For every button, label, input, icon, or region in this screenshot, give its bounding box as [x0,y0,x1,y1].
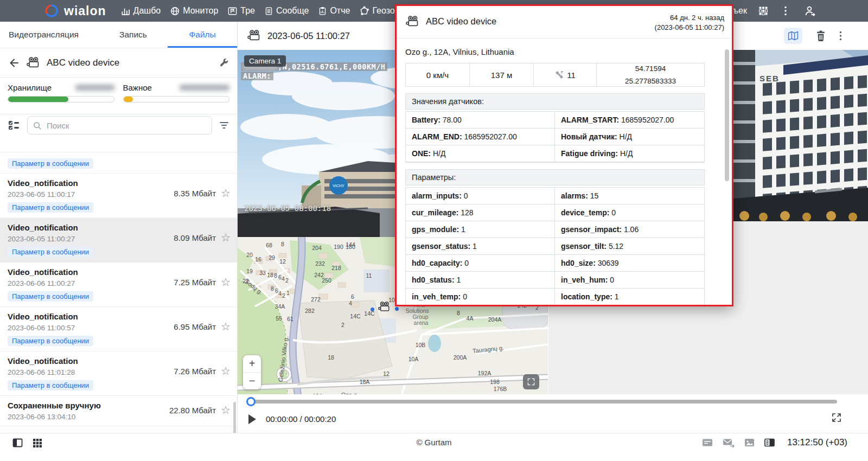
tab-recording[interactable]: Запись [99,22,168,48]
play-button[interactable] [248,414,256,424]
map-number-label: 180 [346,244,355,250]
search-row [0,114,237,136]
map-number-label: 10B [416,342,426,348]
user-icon[interactable] [803,4,816,17]
map-number-label: 55 [276,315,282,322]
favorite-star-icon[interactable]: ☆ [221,232,231,243]
file-list-item[interactable]: Video_notification2023-06-05 11:00:17Пар… [0,174,237,218]
wrench-icon[interactable] [219,57,229,68]
zoom-out-button[interactable]: − [243,373,261,389]
file-list-item[interactable]: Video_notification2023-06-05 11:00:27Пар… [0,218,237,262]
map-number-label: 18 [267,272,273,278]
stat-satellites: 11 [534,63,597,86]
nav-item-monitoring[interactable]: Монитор [170,6,218,16]
filter-icon[interactable] [219,120,229,130]
notification-badge: Параметр в сообщении [8,291,93,302]
map-number-label: 6 [351,293,354,300]
file-list-item[interactable]: Video_notification2023-06-06 11:00:57Пар… [0,307,237,351]
left-tabs: ВидеотрансляцияЗаписьФайлы [0,22,237,48]
file-list-item[interactable]: Сохраненные вручную2023-06-06 13:04:1022… [0,396,237,426]
map-expand-button[interactable] [523,374,539,389]
map-number-label: 232 [315,260,325,267]
nav-item-messages[interactable]: Сообще [264,6,309,16]
playback-slider-handle[interactable] [246,397,256,406]
map-number-label: 8 [271,285,274,292]
favorite-star-icon[interactable]: ☆ [221,188,231,199]
popup-device-icon [405,15,419,28]
map-zoom-control: + − [243,355,261,389]
kv-cell: gsensor_impact: 1.06 [555,221,704,238]
popup-address: Ozo g., 12A, Vilnius, Lithuania [405,47,705,56]
map-number-label: 272 [311,296,321,303]
nav-item-tracks[interactable]: Тре [227,6,255,16]
wialon-logo[interactable]: wialon [44,4,106,18]
messages-icon [264,6,273,16]
notice-card-icon[interactable] [701,437,713,448]
playback-time: 00:00:00 / 00:00:20 [266,414,336,424]
map-number-label: 68 [266,242,272,248]
send-message-icon[interactable] [722,437,735,448]
split-view-icon[interactable] [764,437,775,448]
right-panel-kebab-icon[interactable] [839,31,842,41]
clock: 13:12:50 (+03) [787,437,847,448]
nav-item-dashboard[interactable]: Дашбо [120,6,161,16]
map-number-label: 4 [278,290,282,297]
map-number-label: 2 [341,322,344,328]
list-scrollbar-thumb[interactable] [233,402,236,433]
nav-item-geofences[interactable]: Геозо [359,6,394,16]
camera-name-badge: Camera 1 [244,55,286,67]
map-number-label: 192A [478,370,492,376]
map-number-label: 2 [282,292,285,299]
second-camera-tile[interactable]: SEB [733,50,868,221]
nav-item-reports[interactable]: Отче [318,6,350,16]
map-number-label: 282 [305,308,315,314]
map-number-label: 12 [279,258,286,265]
storage-bar [8,96,114,103]
kv-cell: in_veh_hum: 0 [555,272,704,289]
navbar-kebab-icon[interactable] [784,5,787,16]
zoom-in-button[interactable]: + [243,355,261,373]
kv-cell: hd0_capacity: 0 [406,255,555,272]
osd-alarm-line: ALARM: [241,72,273,80]
file-list-item[interactable]: Video_notification2023-06-06 11:01:28Пар… [0,351,237,396]
media-image-icon[interactable] [744,437,755,448]
popup-scrollbar-thumb[interactable] [725,49,729,181]
map-view-button[interactable] [784,28,802,44]
params-section-title: Параметры: [405,169,705,185]
favorite-star-icon[interactable]: ☆ [221,321,231,332]
storage-main: Хранилище [8,83,114,114]
storage-label: Хранилище [8,83,52,92]
file-list-item[interactable]: Параметр в сообщении [0,152,237,174]
kv-cell: Новый датчик: Н/Д [555,129,704,145]
kv-cell: gsensor_status: 1 [406,238,555,255]
file-list: Параметр в сообщенииVideo_notification20… [0,152,237,433]
map-poi-label: arena [414,319,429,326]
back-arrow-icon[interactable] [8,57,20,69]
kv-cell: hd0_status: 1 [406,272,555,289]
checklist-icon[interactable] [8,119,21,131]
apps-grid-icon[interactable] [758,5,769,16]
map-number-label: 16 [255,256,261,262]
map-number-label: 6 [278,274,282,280]
playback-slider[interactable] [247,400,837,404]
important-value-redacted [180,85,229,91]
video-device-icon [26,56,40,69]
search-input[interactable] [46,120,207,131]
file-list-item[interactable]: Video_notification2023-06-06 11:00:27Пар… [0,262,237,307]
tab-live[interactable]: Видеотрансляция [0,22,99,48]
map-camera-marker[interactable] [378,301,391,313]
map-number-label: 33 [259,270,266,276]
fullscreen-button[interactable] [831,412,842,423]
favorite-star-icon[interactable]: ☆ [221,366,231,376]
notification-badge: Параметр в сообщении [8,247,93,257]
search-box [27,116,212,135]
favorite-star-icon[interactable]: ☆ [221,277,231,287]
tab-files[interactable]: Файлы [168,22,237,48]
trash-icon[interactable] [812,28,830,44]
map-number-label: 14C [364,310,374,317]
important-bar [123,96,230,103]
dashboard-icon [120,6,131,16]
device-name: ABC video device [47,57,212,68]
storage-important: Важное [123,83,230,114]
favorite-star-icon[interactable]: ☆ [221,405,231,415]
